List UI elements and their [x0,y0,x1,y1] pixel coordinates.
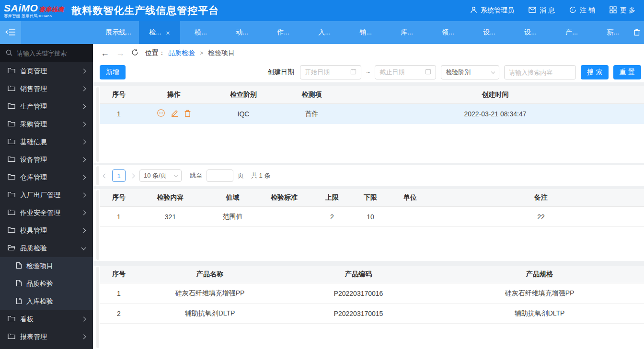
table-row[interactable]: 2 辅助抗氧剂DLTP P202203170015 辅助抗氧剂DLTP [100,304,644,324]
close-all-tabs-button[interactable] [633,21,640,44]
chevron-right-icon [81,228,86,233]
sidebar-item-reports[interactable]: 报表管理 [0,328,93,346]
logout-icon [569,6,576,15]
inspection-stage-select[interactable]: 检验阶别 [441,65,499,79]
tab-2[interactable]: 模... [180,21,221,44]
tab-4[interactable]: 作... [263,21,304,44]
folder-icon [8,209,15,217]
start-date-input[interactable]: 开始日期 [300,65,361,79]
tab-10[interactable]: 设... [510,21,551,44]
main-content: ← → 位置： 品质检验 > 检验项目 新增 创建日期 开始日期 ~ 截止日期 [93,44,644,349]
sidebar-item-quality-inspection[interactable]: 品质检验 [0,239,93,257]
sidebar-item-production[interactable]: 生产管理 [0,98,93,115]
refresh-button[interactable] [131,49,138,57]
tab-7[interactable]: 库... [386,21,427,44]
chevron-down-icon [81,245,86,250]
sidebar-item-home[interactable]: 首页管理 [0,62,93,80]
chevron-right-icon [81,122,86,127]
logout-label: 注销 [580,6,597,15]
sidebar-search-input[interactable] [17,50,84,57]
page-number-button[interactable]: 1 [112,169,126,182]
sidebar-item-dashboard[interactable]: 看板 [0,310,93,328]
sidebar-item-equipment[interactable]: 设备管理 [0,151,93,169]
menu-fold-icon [5,27,16,38]
page-size-select[interactable]: 10 条/页 [139,169,182,182]
table-header-row: 序号 检验内容 值域 检验标准 上限 下限 单位 备注 [100,189,644,207]
page-title: 散料数智化生产线信息管控平台 [71,4,219,17]
keyword-search-input[interactable] [509,69,571,76]
table-row[interactable]: 1 硅灰石纤维填充增强PP P202203170016 硅灰石纤维填充增强PP [100,283,644,304]
sidebar-item-work-safety[interactable]: 作业安全管理 [0,204,93,222]
chevron-right-icon [81,69,86,74]
reset-button[interactable]: 重 置 [613,65,641,79]
breadcrumb-location-label: 位置： [145,49,165,57]
current-user[interactable]: 系统管理员 [470,6,514,15]
tab-8[interactable]: 领... [427,21,469,44]
folder-icon [8,156,15,164]
tab-6[interactable]: 销... [345,21,386,44]
folder-icon [8,174,15,181]
mail-icon [529,7,536,14]
search-button[interactable]: 搜 索 [581,65,609,79]
jump-label: 跳至 [190,171,202,180]
table-row[interactable]: 1 IQC 首件 2022-03-21 08:34:47 [100,104,644,124]
inspection-items-table: 序号 操作 检查阶别 检测项 创建时间 1 IQC 首件 2022-03-21 … [93,86,644,163]
tab-9[interactable]: 设... [469,21,510,44]
more-button[interactable]: 更多 [610,6,635,15]
forward-button[interactable]: → [116,49,125,57]
back-button[interactable]: ← [101,49,109,57]
chevron-right-icon [81,158,86,162]
create-date-label: 创建日期 [267,68,294,77]
tab-0[interactable]: 展示线... [98,21,139,44]
open-tabs: 展示线... 检... × 模... 动... 作... 入... 销... 库… [98,21,633,44]
breadcrumb-current: 检验项目 [208,49,235,57]
company-logo: SAiMO 赛摩雄鹰 赛摩智能 股票代码300466 [4,3,64,18]
sidebar-subitem-inbound-inspection[interactable]: 入库检验 [0,293,93,310]
jump-page-input[interactable] [207,169,233,182]
sidebar-item-sales[interactable]: 销售管理 [0,80,93,98]
delete-icon[interactable] [184,109,191,119]
end-date-input[interactable]: 截止日期 [375,65,436,79]
sidebar-subitem-quality-inspection[interactable]: 品质检验 [0,275,93,293]
sidebar-item-purchasing[interactable]: 采购管理 [0,115,93,133]
calendar-icon [425,68,431,76]
tab-11[interactable]: 产... [551,21,592,44]
sidebar-item-mold[interactable]: 模具管理 [0,222,93,239]
edit-icon[interactable] [171,109,179,119]
trash-icon [633,28,640,37]
logo-brand-text: SAiMO [4,3,38,13]
sidebar-subitem-inspection-items[interactable]: 检验项目 [0,257,93,275]
next-page-button[interactable] [130,174,135,178]
chevron-right-icon [81,175,86,180]
tab-close-icon[interactable]: × [166,29,170,36]
page-unit-label: 页 [238,171,244,180]
more-label: 更多 [620,6,637,15]
table-header-row: 序号 操作 检查阶别 检测项 创建时间 [100,86,644,104]
folder-icon [8,103,15,111]
prev-page-button[interactable] [103,174,108,178]
folder-icon [8,227,15,235]
total-count-label: 共 1 条 [251,171,270,180]
detail-icon[interactable] [157,109,165,119]
tab-3[interactable]: 动... [221,21,263,44]
chevron-right-icon [81,335,86,339]
messages-label: 消息 [540,6,557,15]
messages-button[interactable]: 消息 [529,6,555,15]
sidebar-item-basic-info[interactable]: 基础信息 [0,133,93,151]
sidebar-item-warehouse[interactable]: 仓库管理 [0,169,93,186]
chevron-right-icon [81,140,86,145]
chevron-right-icon [81,104,86,109]
tab-12[interactable]: 薪... [592,21,633,44]
sidebar-collapse-button[interactable] [0,21,21,44]
tab-1-active[interactable]: 检... × [139,21,180,44]
folder-icon [8,333,15,341]
add-button[interactable]: 新增 [100,65,126,79]
table-row[interactable]: 1 321 范围值 2 10 22 [100,207,644,227]
sidebar-item-gate-management[interactable]: 入厂出厂管理 [0,186,93,204]
chevron-right-icon [81,317,86,322]
breadcrumb-parent-link[interactable]: 品质检验 [168,49,195,57]
user-icon [470,6,477,15]
tab-5[interactable]: 入... [304,21,345,44]
logout-button[interactable]: 注销 [569,6,595,15]
sidebar-search[interactable] [0,44,93,62]
